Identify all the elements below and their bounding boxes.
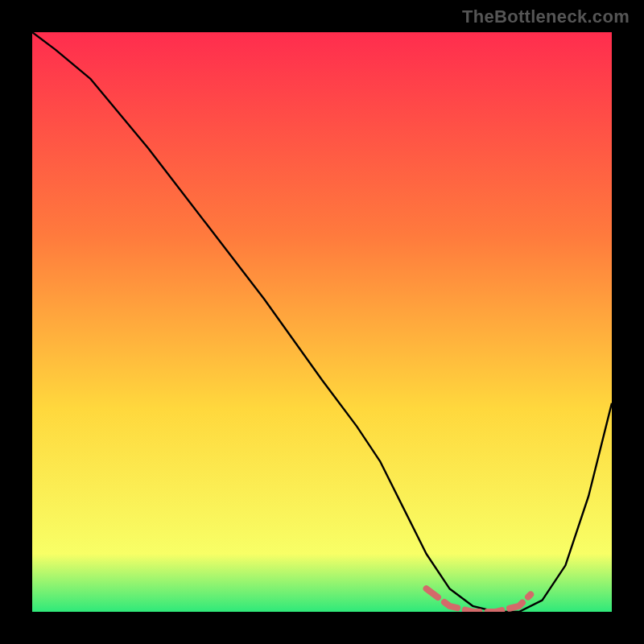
chart-svg	[32, 32, 612, 612]
chart-frame: TheBottleneck.com	[0, 0, 644, 644]
watermark-text: TheBottleneck.com	[462, 6, 630, 27]
bottleneck-curve	[32, 32, 612, 612]
plot-area	[32, 32, 612, 612]
